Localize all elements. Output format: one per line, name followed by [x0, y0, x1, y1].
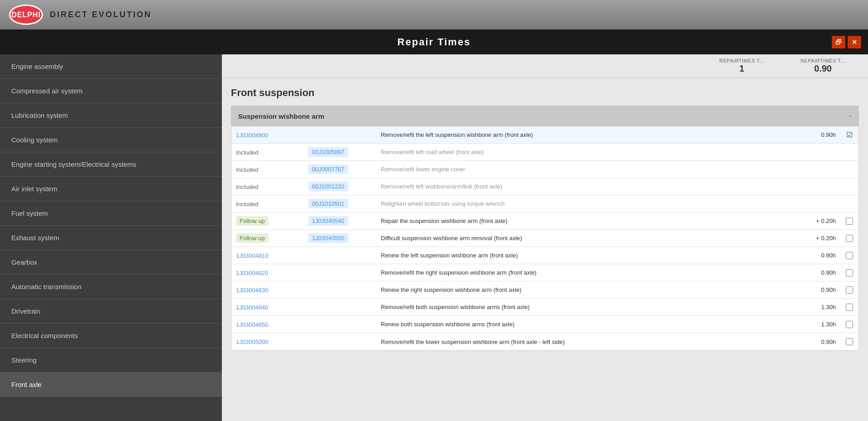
sidebar-item-5[interactable]: Air inlet system — [0, 177, 222, 201]
table-row: Follow up 1J03040550 Difficult suspensio… — [231, 230, 858, 247]
table-row: 1J03004800 Remove/refit the left suspens… — [231, 126, 858, 144]
row-code-link[interactable]: 1J03004820 — [236, 270, 269, 276]
cell-subcode-2: 00J0007767 — [304, 161, 376, 178]
close-button[interactable]: ✕ — [848, 36, 861, 48]
cell-checkbox-11[interactable] — [840, 321, 858, 328]
sidebar-item-12[interactable]: Steering — [0, 348, 222, 373]
sidebar-item-2[interactable]: Lubrication system — [0, 103, 222, 128]
top-bar: DELPHI DIRECT EVOLUTION — [0, 0, 868, 29]
row-checkbox[interactable] — [846, 338, 853, 345]
cell-code-12: 1J03005000 — [231, 334, 304, 349]
sidebar-item-8[interactable]: Gearbox — [0, 250, 222, 275]
row-checkbox[interactable] — [846, 235, 853, 242]
column-headers: REPAIRTIMES T... 1REPAIRTIMES T... 0.90 — [222, 54, 868, 78]
cell-time-2 — [804, 166, 840, 173]
table-row: 1J03005000 Remove/refit the lower suspen… — [231, 333, 858, 350]
row-checkbox[interactable] — [846, 304, 853, 311]
restore-button[interactable]: 🗗 — [832, 36, 845, 48]
cell-subcode-0 — [304, 131, 376, 139]
sidebar-item-6[interactable]: Fuel system — [0, 201, 222, 226]
cell-code-1: Included — [231, 145, 304, 160]
logo-container: DELPHI DIRECT EVOLUTION — [9, 5, 152, 25]
cell-description-5: Repair the suspension wishbone arm (fron… — [376, 214, 804, 228]
cell-description-3: Remove/refit left wishbone/arm/link (fro… — [376, 179, 804, 194]
sidebar-item-7[interactable]: Exhaust system — [0, 226, 222, 250]
cell-subcode-10 — [304, 304, 376, 311]
cell-code-7: 1J03004810 — [231, 248, 304, 263]
cell-checkbox-12[interactable] — [840, 338, 858, 345]
table-group-header: Suspension wishbone arm - — [231, 106, 858, 126]
cell-checkbox-10[interactable] — [840, 304, 858, 311]
row-code-link[interactable]: 1J03004810 — [236, 252, 269, 259]
row-checkbox[interactable] — [846, 218, 853, 225]
app-title: DIRECT EVOLUTION — [50, 10, 152, 19]
group-title: Suspension wishbone arm — [238, 112, 324, 120]
row-code-link[interactable]: 1J03004840 — [236, 304, 269, 311]
sidebar-item-13[interactable]: Front axle — [0, 373, 222, 397]
table-row: 1J03004820 Remove/refit the right suspen… — [231, 264, 858, 281]
col-header-1: REPAIRTIMES T... 0.90 — [801, 58, 845, 74]
repair-table: Suspension wishbone arm - 1J03004800 Rem… — [231, 106, 859, 351]
row-code-link[interactable]: 1J03004830 — [236, 287, 269, 294]
row-code-link[interactable]: 1J03005000 — [236, 339, 269, 345]
cell-checkbox-0[interactable]: ☑ — [840, 131, 858, 139]
cell-description-1: Remove/refit left road wheel (front axle… — [376, 145, 804, 159]
cell-checkbox-6[interactable] — [840, 235, 858, 242]
sidebar-item-10[interactable]: Drivetrain — [0, 299, 222, 324]
content-layout: Engine assemblyCompressed air systemLubr… — [0, 54, 868, 421]
cell-time-1 — [804, 149, 840, 156]
sidebar-item-9[interactable]: Automatic transmission — [0, 275, 222, 299]
row-checkbox[interactable] — [846, 286, 853, 294]
cell-checkbox-7[interactable] — [840, 252, 858, 259]
window-controls: 🗗 ✕ — [832, 36, 861, 48]
logo-text: DELPHI — [11, 11, 41, 19]
cell-description-7: Renew the left suspension wishbone arm (… — [376, 248, 804, 262]
cell-time-5: + 0.20h — [804, 214, 840, 228]
cell-code-3: Included — [231, 179, 304, 194]
cell-description-9: Renew the right suspension wishbone arm … — [376, 283, 804, 297]
sidebar-item-0[interactable]: Engine assembly — [0, 54, 222, 79]
group-toggle-button[interactable]: - — [849, 111, 852, 121]
row-subcode-link[interactable]: 1J03040540 — [308, 216, 348, 226]
cell-subcode-8 — [304, 269, 376, 276]
row-code-link[interactable]: 1J03004800 — [236, 132, 269, 139]
sidebar-item-3[interactable]: Cooling system — [0, 128, 222, 152]
cell-description-0: Remove/refit the left suspension wishbon… — [376, 128, 804, 142]
row-subcode-link[interactable]: 00J1005897 — [308, 147, 348, 157]
row-followup-label: Follow up — [236, 216, 269, 226]
col-header-value-1: 0.90 — [814, 63, 832, 73]
row-subcode-link[interactable]: 1J03040550 — [308, 233, 348, 243]
cell-checkbox-5[interactable] — [840, 218, 858, 225]
table-row: Included 00J1010501 Retighten wheel bolt… — [231, 195, 858, 213]
cell-time-9: 0.90h — [804, 283, 840, 297]
cell-code-9: 1J03004830 — [231, 282, 304, 298]
row-subcode-link[interactable]: 00J1010501 — [308, 199, 348, 208]
cell-subcode-4: 00J1010501 — [304, 195, 376, 212]
table-row: 1J03004840 Remove/refit both suspension … — [231, 299, 858, 316]
cell-description-6: Difficult suspension wishbone arm remova… — [376, 231, 804, 245]
cell-checkbox-8[interactable] — [840, 269, 858, 276]
col-header-label-1: REPAIRTIMES T... — [801, 58, 845, 63]
content-area: Front suspension Suspension wishbone arm… — [222, 78, 868, 421]
row-checkbox[interactable] — [846, 252, 853, 259]
cell-code-4: Included — [231, 196, 304, 212]
cell-code-2: Included — [231, 162, 304, 177]
delphi-logo: DELPHI — [9, 5, 43, 25]
sidebar-item-1[interactable]: Compressed air system — [0, 79, 222, 103]
sidebar-item-11[interactable]: Electrical components — [0, 324, 222, 348]
sidebar: Engine assemblyCompressed air systemLubr… — [0, 54, 222, 421]
table-row: 1J03004810 Renew the left suspension wis… — [231, 247, 858, 264]
row-checkbox[interactable] — [846, 321, 853, 328]
table-row: Included 00J1005897 Remove/refit left ro… — [231, 144, 858, 161]
cell-checkbox-9[interactable] — [840, 286, 858, 294]
cell-time-0: 0.90h — [804, 128, 840, 142]
cell-description-10: Remove/refit both suspension wishbone ar… — [376, 300, 804, 314]
table-row: Included 00J0007767 Remove/refit lower e… — [231, 161, 858, 178]
cell-description-2: Remove/refit lower engine cover — [376, 162, 804, 176]
cell-subcode-3: 00J1001220 — [304, 178, 376, 195]
row-subcode-link[interactable]: 00J1001220 — [308, 182, 348, 191]
row-code-link[interactable]: 1J03004850 — [236, 321, 269, 328]
sidebar-item-4[interactable]: Engine starting system/Electrical system… — [0, 152, 222, 177]
row-subcode-link[interactable]: 00J0007767 — [308, 165, 348, 174]
row-checkbox[interactable] — [846, 269, 853, 276]
